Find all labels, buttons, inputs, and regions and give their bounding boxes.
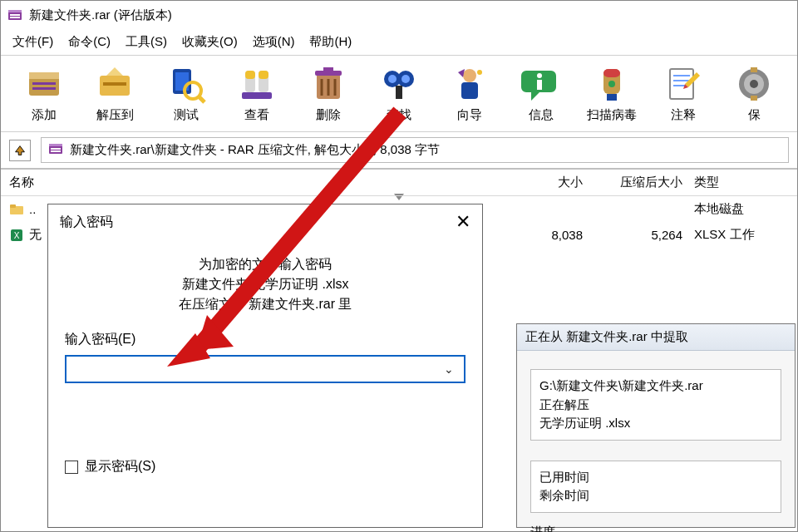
menu-options[interactable]: 选项(N) xyxy=(253,34,295,50)
menu-help[interactable]: 帮助(H) xyxy=(309,34,352,50)
window-title: 新建文件夹.rar (评估版本) xyxy=(29,7,172,23)
svg-marker-53 xyxy=(16,145,25,155)
toolbar-test-label: 测试 xyxy=(174,107,199,123)
delete-icon xyxy=(308,64,348,104)
column-compressed-size[interactable]: 压缩后大小 xyxy=(583,170,682,195)
list-item-type: XLSX 工作 xyxy=(682,222,797,248)
svg-rect-10 xyxy=(103,82,126,86)
toolbar-add-label: 添加 xyxy=(32,107,57,123)
svg-marker-9 xyxy=(106,67,123,76)
toolbar-test-button[interactable]: 测试 xyxy=(153,61,219,126)
svg-rect-59 xyxy=(10,204,16,208)
svg-rect-3 xyxy=(10,17,20,18)
info-icon xyxy=(521,64,561,104)
wizard-icon xyxy=(450,64,490,104)
toolbar: 添加 解压到 测试 查看 删除 查找 xyxy=(4,59,794,128)
toolbar-view-label: 查看 xyxy=(244,107,269,123)
up-folder-button[interactable] xyxy=(9,140,31,161)
svg-rect-18 xyxy=(245,71,255,79)
path-text: 新建文件夹.rar\新建文件夹 - RAR 压缩文件, 解包大小为 8,038 … xyxy=(70,142,440,158)
progress-label: 进度 xyxy=(530,523,781,533)
list-item-size: 8,038 xyxy=(500,223,583,247)
view-icon xyxy=(237,64,277,104)
show-password-checkbox[interactable] xyxy=(65,461,78,474)
svg-point-31 xyxy=(463,69,476,82)
toolbar-comment-button[interactable]: 注释 xyxy=(650,61,716,126)
toolbar-comment-label: 注释 xyxy=(671,107,696,123)
xlsx-icon: X xyxy=(9,228,24,243)
toolbar-add-button[interactable]: 添加 xyxy=(11,61,76,126)
svg-rect-38 xyxy=(603,69,620,77)
toolbar-delete-label: 删除 xyxy=(316,107,341,123)
svg-point-28 xyxy=(388,75,397,83)
column-type[interactable]: 类型 xyxy=(682,170,797,195)
dialog-title: 输入密码 xyxy=(60,214,113,231)
toolbar-wizard-label: 向导 xyxy=(457,107,482,123)
test-icon xyxy=(166,64,206,104)
find-icon xyxy=(379,64,419,104)
close-button[interactable]: ✕ xyxy=(456,211,470,233)
svg-point-29 xyxy=(401,75,410,83)
progress-title: 正在从 新建文件夹.rar 中提取 xyxy=(517,324,795,351)
toolbar-scan-button[interactable]: 扫描病毒 xyxy=(579,61,645,126)
dialog-message-line2: 新建文件夹\无学历证明 .xlsx xyxy=(65,274,466,294)
svg-rect-2 xyxy=(10,14,20,16)
progress-elapsed-label: 已用时间 xyxy=(539,468,772,487)
svg-rect-7 xyxy=(32,87,56,90)
menu-tools[interactable]: 工具(S) xyxy=(126,34,167,50)
svg-point-40 xyxy=(608,81,615,87)
protect-icon xyxy=(734,64,774,104)
svg-rect-56 xyxy=(51,148,61,150)
column-name[interactable]: 名称 xyxy=(1,170,500,195)
svg-line-14 xyxy=(198,96,204,102)
progress-file: 无学历证明 .xlsx xyxy=(539,414,772,433)
svg-rect-22 xyxy=(323,67,333,71)
scan-icon xyxy=(592,64,632,104)
toolbar-view-button[interactable]: 查看 xyxy=(224,61,289,126)
svg-rect-33 xyxy=(461,82,478,99)
progress-path: G:\新建文件夹\新建文件夹.rar xyxy=(539,377,772,396)
password-input[interactable] xyxy=(73,362,441,377)
app-icon xyxy=(7,7,22,22)
menu-file[interactable]: 文件(F) xyxy=(12,34,53,50)
add-icon xyxy=(24,64,64,104)
svg-point-49 xyxy=(750,80,758,88)
toolbar-wizard-button[interactable]: 向导 xyxy=(437,61,503,126)
svg-point-35 xyxy=(537,73,542,78)
svg-rect-15 xyxy=(242,92,272,99)
extract-progress-window: 正在从 新建文件夹.rar 中提取 G:\新建文件夹\新建文件夹.rar 正在解… xyxy=(516,323,796,528)
svg-rect-19 xyxy=(259,71,268,79)
menu-command[interactable]: 命令(C) xyxy=(68,34,111,50)
progress-status: 正在解压 xyxy=(539,396,772,415)
chevron-down-icon[interactable]: ⌄ xyxy=(441,362,457,376)
list-item-name: .. xyxy=(29,202,36,216)
menu-favorites[interactable]: 收藏夹(O) xyxy=(182,34,238,50)
svg-rect-36 xyxy=(537,80,542,90)
password-dialog: 输入密码 ✕ 为加密的文件输入密码 新建文件夹\无学历证明 .xlsx 在压缩文… xyxy=(47,204,483,528)
column-size[interactable]: 大小 xyxy=(500,170,583,195)
list-item-size xyxy=(500,204,583,214)
path-box[interactable]: 新建文件夹.rar\新建文件夹 - RAR 压缩文件, 解包大小为 8,038 … xyxy=(41,137,789,163)
toolbar-protect-button[interactable]: 保 xyxy=(722,61,787,126)
show-password-label: 显示密码(S) xyxy=(85,458,155,475)
toolbar-find-button[interactable]: 查找 xyxy=(366,61,431,126)
progress-remain-label: 剩余时间 xyxy=(539,486,772,505)
toolbar-scan-label: 扫描病毒 xyxy=(587,107,637,123)
svg-rect-21 xyxy=(315,71,342,76)
svg-text:X: X xyxy=(14,231,20,240)
filelist-header: 名称 大小 压缩后大小 类型 xyxy=(1,170,797,196)
toolbar-find-label: 查找 xyxy=(387,107,411,123)
toolbar-delete-button[interactable]: 删除 xyxy=(295,61,361,126)
toolbar-info-label: 信息 xyxy=(529,107,554,123)
extract-icon xyxy=(95,64,135,104)
list-item-name: 无 xyxy=(29,227,42,243)
archive-icon xyxy=(48,141,63,159)
svg-rect-1 xyxy=(8,10,22,12)
svg-rect-57 xyxy=(51,150,61,152)
list-item-type: 本地磁盘 xyxy=(682,196,797,222)
folder-icon xyxy=(9,202,24,217)
svg-rect-6 xyxy=(32,82,56,85)
toolbar-info-button[interactable]: 信息 xyxy=(508,61,574,126)
dialog-message-line1: 为加密的文件输入密码 xyxy=(65,254,466,274)
toolbar-extract-button[interactable]: 解压到 xyxy=(81,61,147,126)
